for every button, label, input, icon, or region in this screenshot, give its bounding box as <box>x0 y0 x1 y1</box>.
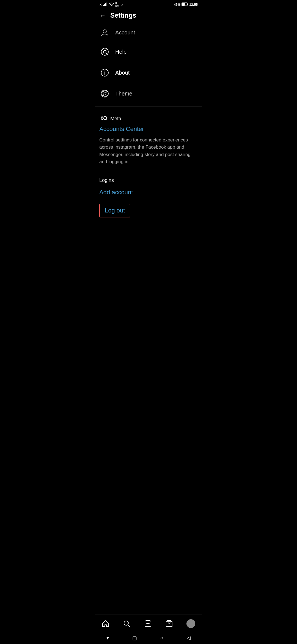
meta-logo-text: Meta <box>110 116 121 122</box>
menu-item-about[interactable]: About <box>99 62 198 83</box>
menu-label-theme: Theme <box>115 91 132 97</box>
signal-icon: ✕ <box>99 3 102 7</box>
menu-item-help[interactable]: Help <box>99 41 198 62</box>
svg-point-4 <box>111 6 112 6</box>
svg-rect-1 <box>104 4 105 6</box>
svg-point-20 <box>106 91 107 92</box>
menu-label-help: Help <box>115 49 127 55</box>
status-right: 45% 12:55 <box>174 2 198 7</box>
svg-point-7 <box>103 30 106 33</box>
header: ← Settings <box>95 8 202 24</box>
circle-icon: ○ <box>120 2 123 7</box>
wifi-icon <box>109 2 114 7</box>
menu-item-account[interactable]: Account <box>95 24 202 41</box>
time: 12:55 <box>189 3 198 7</box>
meta-section: Meta Accounts Center Control settings fo… <box>95 109 202 170</box>
network-icon <box>103 2 108 7</box>
account-icon <box>99 27 110 38</box>
accounts-center-link[interactable]: Accounts Center <box>99 125 198 133</box>
svg-point-22 <box>106 95 107 96</box>
svg-point-21 <box>102 95 103 96</box>
svg-rect-6 <box>182 3 185 6</box>
svg-point-18 <box>103 92 106 95</box>
svg-rect-3 <box>106 2 107 6</box>
menu-list: Help About Theme <box>95 41 202 104</box>
add-account-link[interactable]: Add account <box>99 189 198 196</box>
data-speed: 0K/s <box>115 2 119 8</box>
about-icon <box>99 67 110 78</box>
page-title: Settings <box>110 12 136 19</box>
accounts-center-description: Control settings for connected experienc… <box>99 137 198 165</box>
svg-point-24 <box>104 96 105 97</box>
meta-logo-icon <box>99 115 108 122</box>
svg-point-9 <box>103 50 106 53</box>
menu-label-account: Account <box>115 29 135 36</box>
menu-label-about: About <box>115 70 130 76</box>
status-left: ✕ 0K/s ○ <box>99 2 123 8</box>
svg-rect-2 <box>105 3 106 6</box>
status-bar: ✕ 0K/s ○ 45% 12:55 <box>95 0 202 8</box>
svg-point-23 <box>104 90 105 91</box>
back-button[interactable]: ← <box>99 12 106 19</box>
battery-percent: 45% <box>174 3 180 7</box>
svg-point-15 <box>105 71 105 72</box>
logins-section: Logins Add account Log out <box>95 170 202 224</box>
svg-rect-0 <box>103 5 104 6</box>
logout-button[interactable]: Log out <box>99 204 130 217</box>
meta-logo: Meta <box>99 115 198 122</box>
menu-item-theme[interactable]: Theme <box>99 83 198 104</box>
battery-icon <box>182 2 188 7</box>
svg-point-19 <box>102 91 103 92</box>
help-icon <box>99 46 110 57</box>
logins-heading: Logins <box>99 178 198 183</box>
section-divider <box>95 106 202 107</box>
theme-icon <box>99 88 110 99</box>
